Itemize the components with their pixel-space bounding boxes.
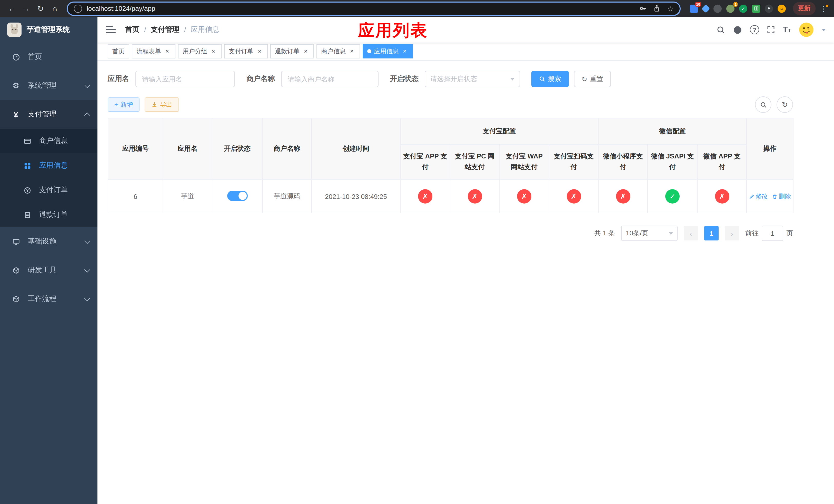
font-size-icon[interactable]: TT — [783, 26, 791, 34]
user-avatar[interactable] — [798, 22, 814, 38]
sidebar-item-label: 支付管理 — [28, 110, 57, 119]
sidebar-toggle-icon[interactable] — [106, 26, 116, 33]
next-page-button[interactable]: › — [725, 226, 739, 240]
tab-pay-order[interactable]: 支付订单× — [224, 44, 268, 59]
sidebar-item-label: 研发工具 — [28, 266, 57, 275]
col-header-app-id: 应用编号 — [108, 118, 163, 180]
add-button[interactable]: + 新增 — [108, 97, 139, 112]
sidebar-item-label: 工作流程 — [28, 294, 57, 303]
merchant-name-input[interactable] — [281, 71, 378, 87]
extension-icon-pin[interactable] — [765, 4, 773, 13]
browser-menu-kebab-icon[interactable]: ⋮ — [819, 4, 829, 13]
url-bar[interactable]: i localhost:1024/pay/app ☆ — [67, 1, 681, 16]
status-toggle[interactable] — [227, 190, 247, 201]
extension-icon-avatar[interactable]: 1 — [726, 4, 734, 13]
search-button[interactable]: 搜索 — [531, 71, 569, 87]
home-button[interactable]: ⌂ — [48, 2, 62, 15]
avatar-caret-icon[interactable] — [822, 28, 826, 31]
edit-link[interactable]: 修改 — [749, 192, 768, 201]
export-button[interactable]: 导出 — [145, 97, 179, 112]
sidebar-item-infrastructure[interactable]: 基础设施 — [0, 227, 97, 256]
pagination: 共 1 条 10条/页 ‹ 1 › 前往 页 — [108, 226, 793, 241]
sidebar-item-merchant-info[interactable]: 商户信息 — [0, 129, 97, 153]
sidebar-item-dev-tools[interactable]: 研发工具 — [0, 256, 97, 284]
bookmark-star-icon[interactable]: ☆ — [667, 4, 674, 13]
sidebar-item-home[interactable]: 首页 — [0, 43, 97, 71]
bankcard-icon — [22, 137, 33, 145]
extension-icon-check[interactable]: ✓ — [739, 4, 747, 13]
breadcrumb-home[interactable]: 首页 — [125, 25, 139, 35]
goto-page-input[interactable] — [762, 226, 783, 241]
tab-home[interactable]: 首页 — [108, 44, 129, 59]
password-key-icon[interactable] — [639, 5, 647, 12]
extension-icon-gem[interactable] — [701, 4, 710, 13]
site-info-icon[interactable]: i — [74, 4, 82, 13]
status-cross-icon: ✗ — [715, 189, 729, 204]
chrome-update-chip[interactable]: 更新 — [793, 2, 815, 15]
close-icon[interactable]: × — [348, 48, 355, 55]
sidebar-item-refund-order[interactable]: 退款订单 — [0, 203, 97, 227]
page-content: 应用名 商户名称 开启状态 请选择开启状态 搜索 ↻ 重置 — [97, 61, 834, 504]
sidebar-item-pay-order[interactable]: 支付订单 — [0, 178, 97, 203]
merchant-name-label: 商户名称 — [246, 74, 275, 84]
tab-process-form[interactable]: 流程表单× — [132, 44, 175, 59]
tab-label: 用户分组 — [182, 47, 207, 55]
extension-icon-emoji[interactable] — [777, 4, 786, 13]
pagination-total: 共 1 条 — [594, 229, 615, 238]
delete-link[interactable]: 删除 — [772, 192, 791, 201]
url-text: localhost:1024/pay/app — [87, 5, 639, 12]
close-icon[interactable]: × — [256, 48, 263, 55]
col-header-wx-jsapi: 微信 JSAPI 支付 — [648, 144, 697, 180]
app-name-input[interactable] — [135, 71, 235, 87]
app-title: 芋道管理系统 — [27, 25, 70, 35]
sidebar-item-workflow[interactable]: 工作流程 — [0, 284, 97, 313]
close-icon[interactable]: × — [401, 48, 408, 55]
share-icon[interactable] — [653, 5, 661, 12]
page-1-button[interactable]: 1 — [704, 226, 719, 240]
col-header-status: 开启状态 — [212, 118, 262, 180]
forward-button[interactable]: → — [20, 2, 33, 15]
col-header-app-name: 应用名 — [163, 118, 212, 180]
github-icon[interactable] — [733, 25, 742, 35]
cell-alipay-app: ✗ — [400, 180, 450, 213]
col-header-wx-app: 微信 APP 支付 — [697, 144, 747, 180]
sidebar-item-payment[interactable]: ¥ 支付管理 — [0, 100, 97, 129]
prev-page-button[interactable]: ‹ — [684, 226, 698, 240]
sidebar-logo[interactable]: 芋道管理系统 — [0, 17, 97, 43]
extension-icon-grid[interactable]: 10 — [690, 4, 698, 13]
status-select[interactable]: 请选择开启状态 — [425, 71, 520, 87]
reload-button[interactable]: ↻ — [34, 2, 47, 15]
help-icon[interactable]: ? — [750, 25, 759, 35]
chevron-down-icon — [84, 238, 90, 244]
search-icon[interactable] — [717, 25, 725, 34]
back-button[interactable]: ← — [5, 2, 19, 15]
filter-form: 应用名 商户名称 开启状态 请选择开启状态 搜索 ↻ 重置 — [108, 71, 793, 87]
sidebar-item-system[interactable]: ⚙ 系统管理 — [0, 71, 97, 100]
tab-refund-order[interactable]: 退款订单× — [270, 44, 314, 59]
status-label: 开启状态 — [390, 74, 419, 84]
sidebar-item-app-info[interactable]: 应用信息 — [0, 153, 97, 178]
gear-icon: ⚙ — [10, 81, 22, 90]
fullscreen-icon[interactable] — [767, 26, 775, 34]
tab-app-info[interactable]: 应用信息× — [363, 44, 413, 59]
cell-app-name: 芋道 — [163, 180, 212, 213]
tab-merchant-info[interactable]: 商户信息× — [316, 44, 360, 59]
col-header-alipay-wap: 支付宝 WAP 网站支付 — [499, 144, 549, 180]
cell-alipay-pc: ✗ — [450, 180, 499, 213]
tab-label: 退款订单 — [275, 47, 300, 55]
extension-icon-dark[interactable] — [714, 4, 722, 13]
add-button-label: 新增 — [120, 100, 133, 109]
close-icon[interactable]: × — [163, 48, 171, 55]
toggle-search-button[interactable] — [755, 96, 771, 113]
refresh-button[interactable]: ↻ — [776, 96, 793, 113]
tab-user-group[interactable]: 用户分组× — [178, 44, 222, 59]
close-icon[interactable]: × — [210, 48, 217, 55]
breadcrumb-payment[interactable]: 支付管理 — [151, 25, 179, 35]
page-size-select[interactable]: 10条/页 — [621, 226, 678, 241]
close-icon[interactable]: × — [302, 48, 309, 55]
extension-icon-book[interactable] — [752, 4, 760, 13]
reset-button[interactable]: ↻ 重置 — [574, 71, 611, 87]
breadcrumb-separator: / — [144, 26, 146, 34]
col-header-alipay-app: 支付宝 APP 支付 — [400, 144, 450, 180]
status-cross-icon: ✗ — [517, 189, 531, 204]
